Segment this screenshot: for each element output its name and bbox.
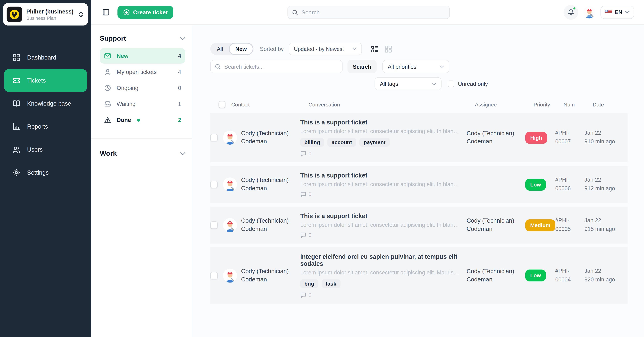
create-ticket-button[interactable]: Create ticket — [118, 6, 173, 19]
support-collapse-icon[interactable] — [180, 37, 185, 40]
sidebar-item-settings[interactable]: Settings — [4, 161, 87, 184]
contact-avatar — [223, 178, 237, 192]
support-section-title: Support — [100, 34, 126, 42]
comment-count: 0 — [308, 191, 312, 197]
ticket-preview: Lorem ipsum dolor sit amet, consectetur … — [300, 128, 460, 134]
tickets-table: Contact Conversation Assignee Priority N… — [210, 101, 628, 304]
list-view-icon[interactable] — [371, 45, 378, 53]
folder-item-waiting[interactable]: Waiting 1 — [100, 96, 185, 112]
filters-row-2: Search All priorities — [210, 60, 644, 73]
col-priority: Priority — [534, 102, 564, 108]
sidebar-item-label: Reports — [27, 123, 48, 130]
comment-icon — [300, 232, 306, 238]
global-search — [288, 6, 450, 19]
folder-item-new[interactable]: New 4 — [100, 48, 185, 64]
sidebar-item-label: Tickets — [27, 77, 46, 84]
ticket-tag: billing — [300, 138, 324, 147]
ticket-tag: payment — [360, 138, 390, 147]
ticket-date: Jan 22912 min ago — [584, 176, 619, 193]
envelope-icon — [104, 52, 111, 60]
ticket-icon — [12, 76, 21, 85]
gear-icon — [12, 168, 21, 177]
row-checkbox[interactable] — [210, 221, 218, 229]
filters-row-3: All tags Unread only — [374, 77, 644, 90]
row-checkbox[interactable] — [210, 272, 218, 279]
work-collapse-icon[interactable] — [180, 152, 185, 155]
ticket-title: Integer eleifend orci eu sapien pulvinar… — [300, 253, 461, 267]
ticket-row[interactable]: Cody (Technician)Codeman This is a suppo… — [210, 113, 628, 162]
ticket-row[interactable]: Cody (Technician)Codeman Integer eleifen… — [210, 247, 628, 304]
search-icon — [215, 64, 221, 70]
sidebar-item-dashboard[interactable]: Dashboard — [4, 46, 87, 69]
tickets-search — [210, 60, 343, 73]
comment-count: 0 — [308, 150, 312, 156]
global-search-input[interactable] — [302, 9, 445, 16]
ticket-title: This is a support ticket — [300, 212, 461, 220]
chevron-down-icon — [440, 65, 444, 68]
sorted-by-label: Sorted by — [260, 46, 284, 52]
sidebar-item-tickets[interactable]: Tickets — [4, 69, 87, 92]
folder-item-ongoing[interactable]: Ongoing 0 — [100, 80, 185, 96]
select-all-checkbox[interactable] — [218, 101, 226, 108]
dashboard-icon — [12, 54, 21, 62]
language-selector[interactable]: EN — [600, 6, 634, 19]
tickets-search-input[interactable] — [224, 64, 338, 70]
work-section-title: Work — [100, 150, 117, 157]
ticket-date: Jan 22920 min ago — [584, 267, 619, 284]
notification-dot — [572, 6, 576, 10]
sidebar-item-reports[interactable]: Reports — [4, 115, 87, 138]
bar-chart-icon — [12, 122, 21, 131]
workspace-plan: Business Plan — [26, 16, 75, 20]
ticket-row[interactable]: Cody (Technician)Codeman This is a suppo… — [210, 166, 628, 203]
ticket-row[interactable]: Cody (Technician)Codeman This is a suppo… — [210, 206, 628, 244]
priorities-dropdown[interactable]: All priorities — [382, 60, 449, 73]
ticket-tag: bug — [300, 279, 318, 288]
comment-icon — [300, 150, 306, 156]
sidebar-item-label: Knowledge base — [27, 100, 71, 107]
status-tabs: All New — [210, 43, 253, 55]
search-button[interactable]: Search — [348, 60, 377, 73]
ticket-num: #PHI-00005 — [555, 216, 584, 234]
ticket-preview: Lorem ipsum dolor sit amet, consectetur … — [300, 222, 460, 228]
language-code: EN — [615, 9, 622, 15]
folder-count: 2 — [178, 117, 181, 123]
sidebar-item-users[interactable]: Users — [4, 138, 87, 161]
ticket-preview: Lorem ipsum dolor sit amet, consectetur … — [300, 270, 460, 276]
ticket-num: #PHI-00007 — [555, 129, 584, 146]
sidebar-toggle-icon[interactable] — [102, 8, 110, 16]
col-date: Date — [593, 102, 628, 108]
sidebar-item-knowledge-base[interactable]: Knowledge base — [4, 92, 87, 115]
user-avatar[interactable] — [583, 6, 596, 18]
workspace-switcher[interactable]: Phiber (business) Business Plan — [3, 3, 88, 25]
folder-item-done[interactable]: Done 2 — [100, 112, 185, 128]
contact-avatar — [223, 218, 237, 232]
assignee-name: Cody (Technician)Codeman — [466, 268, 525, 284]
tab-all[interactable]: All — [211, 46, 229, 52]
filters-row-1: All New Sorted by Updated - by Newest — [210, 43, 644, 55]
sidebar-item-label: Dashboard — [27, 54, 56, 61]
notifications-button[interactable] — [564, 5, 578, 20]
folders-panel: Support New 4 My open ticke — [91, 25, 192, 337]
done-status-dot — [137, 118, 140, 122]
row-checkbox[interactable] — [210, 134, 218, 141]
folder-item-my-open-tickets[interactable]: My open tickets 4 — [100, 64, 185, 80]
priority-badge: Medium — [525, 219, 555, 231]
ticket-tag: account — [328, 138, 356, 147]
users-icon — [12, 146, 21, 154]
folder-count: 0 — [178, 85, 181, 91]
col-contact: Contact — [231, 102, 308, 108]
contact-name: Cody (Technician)Codeman — [241, 268, 289, 284]
unread-only-checkbox[interactable] — [448, 80, 454, 87]
inbox-icon — [104, 100, 111, 108]
app-root: Phiber (business) Business Plan Dashboar… — [0, 0, 644, 337]
priority-badge: Low — [525, 178, 546, 190]
sort-dropdown[interactable]: Updated - by Newest — [288, 43, 362, 55]
tab-new[interactable]: New — [229, 43, 254, 55]
row-checkbox[interactable] — [210, 181, 218, 188]
tags-dropdown[interactable]: All tags — [374, 77, 442, 90]
sidebar-item-label: Users — [27, 146, 43, 153]
contact-name: Cody (Technician)Codeman — [241, 176, 289, 192]
primary-nav: Dashboard Tickets Knowledge base Rep — [0, 46, 91, 184]
grid-view-icon[interactable] — [384, 45, 392, 53]
ticket-date: Jan 22910 min ago — [584, 129, 619, 146]
